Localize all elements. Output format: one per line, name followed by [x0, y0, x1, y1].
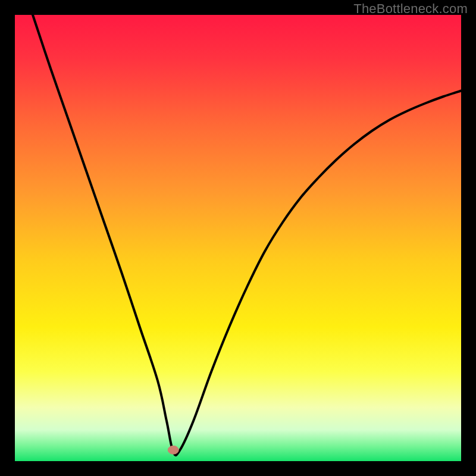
- optimum-marker: [168, 446, 178, 454]
- plot-background: [15, 15, 461, 461]
- bottleneck-chart: [0, 0, 476, 476]
- chart-frame: { "watermark": "TheBottleneck.com", "cha…: [0, 0, 476, 476]
